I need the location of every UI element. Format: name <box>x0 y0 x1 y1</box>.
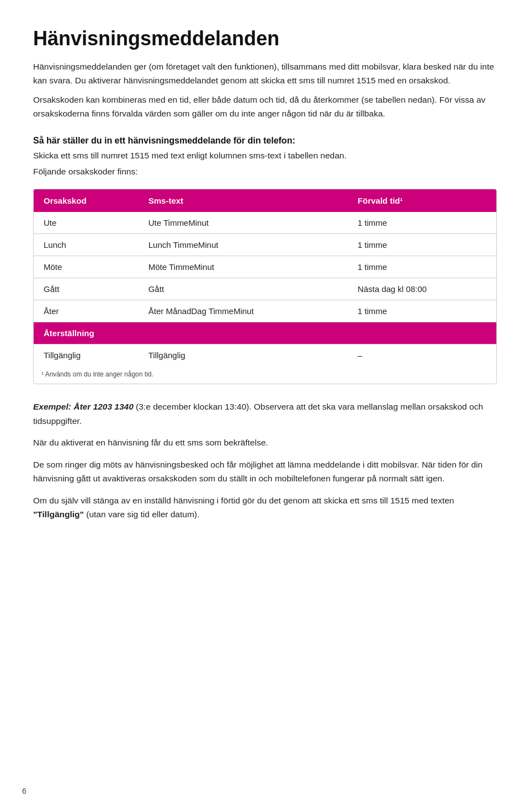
intro-paragraph-2: Orsakskoden kan kombineras med en tid, e… <box>33 93 497 121</box>
table-cell-sms: Möte TimmeMinut <box>139 256 348 278</box>
table-cell-time: – <box>348 344 496 366</box>
table-cell-sms: Tillgänglig <box>139 344 348 366</box>
table-header-row: Orsakskod Sms-text Förvald tid¹ <box>34 189 496 212</box>
table-cell-code: Möte <box>34 256 139 278</box>
table-footnote: ¹ Används om du inte anger någon tid. <box>34 366 496 384</box>
table-row: MöteMöte TimmeMinut1 timme <box>34 256 496 278</box>
col-header-smstext: Sms-text <box>139 189 348 212</box>
table-cell-code: Tillgänglig <box>34 344 139 366</box>
table-cell-time: 1 timme <box>348 300 496 322</box>
table-cell-sms: Åter MånadDag TimmeMinut <box>139 300 348 322</box>
reset-cell: Återställning <box>34 322 496 344</box>
table-row: GåttGåttNästa dag kl 08:00 <box>34 278 496 300</box>
section-subtext-2: Följande orsakskoder finns: <box>33 165 497 179</box>
table-cell-time: 1 timme <box>348 256 496 278</box>
table-cell-code: Åter <box>34 300 139 322</box>
intro-paragraph-1: Hänvisningsmeddelanden ger (om företaget… <box>33 60 497 88</box>
table-row: ÅterÅter MånadDag TimmeMinut1 timme <box>34 300 496 322</box>
tillganglig-bold: Tillgänglig <box>37 510 80 519</box>
table-container: Orsakskod Sms-text Förvald tid¹ UteUte T… <box>33 189 497 384</box>
section-subtext-1: Skicka ett sms till numret 1515 med text… <box>33 149 497 163</box>
table-cell-sms: Gått <box>139 278 348 300</box>
table-cell-code: Gått <box>34 278 139 300</box>
table-cell-code: Ute <box>34 212 139 234</box>
table-cell-code: Lunch <box>34 233 139 256</box>
table-cell-sms: Ute TimmeMinut <box>139 212 348 234</box>
section-heading: Så här ställer du in ett hänvisningsmedd… <box>33 136 497 146</box>
col-header-orsakskod: Orsakskod <box>34 189 139 212</box>
orsakskod-table: Orsakskod Sms-text Förvald tid¹ UteUte T… <box>34 189 496 366</box>
table-cell-time: 1 timme <box>348 233 496 256</box>
table-row: LunchLunch TimmeMinut1 timme <box>34 233 496 256</box>
table-row: TillgängligTillgänglig– <box>34 344 496 366</box>
table-row: Återställning <box>34 322 496 344</box>
table-cell-sms: Lunch TimmeMinut <box>139 233 348 256</box>
table-cell-time: 1 timme <box>348 212 496 234</box>
body-paragraph-3: Om du själv vill stänga av en inställd h… <box>33 493 497 522</box>
col-header-forvaldtid: Förvald tid¹ <box>348 189 496 212</box>
body-paragraph-2: De som ringer dig möts av hänvisningsbes… <box>33 458 497 486</box>
example-text: Exempel: Åter 1203 1340 (3:e december kl… <box>33 400 497 428</box>
table-cell-time: Nästa dag kl 08:00 <box>348 278 496 300</box>
table-row: UteUte TimmeMinut1 timme <box>34 212 496 234</box>
page-title: Hänvisningsmeddelanden <box>33 26 497 50</box>
body-paragraph-1: När du aktiverat en hänvisning får du et… <box>33 436 497 450</box>
example-block: Exempel: Åter 1203 1340 (3:e december kl… <box>33 400 497 428</box>
